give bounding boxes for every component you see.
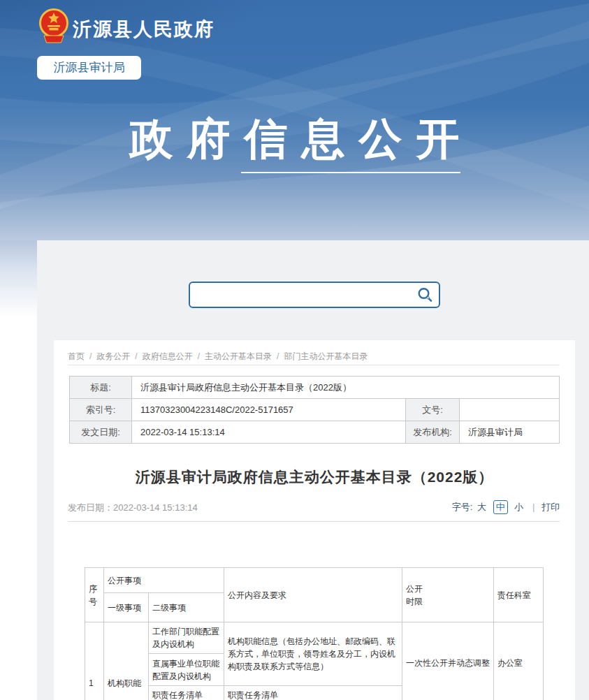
article-divider-line xyxy=(68,521,560,522)
table-row: 发文日期: 2022-03-14 15:13:14 发布机构: 沂源县审计局 xyxy=(70,421,560,444)
breadcrumb-divider-line xyxy=(68,365,560,365)
breadcrumb-separator: / xyxy=(89,351,92,361)
header-level2: 二级事项 xyxy=(149,593,224,622)
header-seq: 序号 xyxy=(85,568,104,622)
breadcrumb-separator: / xyxy=(135,351,137,361)
font-size-medium-button[interactable]: 中 xyxy=(493,500,508,514)
cell-level2: 职责任务清单 xyxy=(149,686,224,700)
meta-docnum-value xyxy=(460,399,560,421)
meta-publisher-label: 发布机构: xyxy=(406,421,460,444)
banner: 沂源县人民政府 沂源县审计局 政府信息公开 xyxy=(0,0,589,240)
catalog-table: 序号 公开事项 公开内容及要求 公开 时限 责任科室 一级事项 二级事项 1 机… xyxy=(85,567,544,700)
header-level1: 一级事项 xyxy=(104,593,149,622)
search-icon[interactable] xyxy=(416,286,433,303)
cell-level2: 直属事业单位职能配置及内设机构 xyxy=(149,654,224,686)
header-content: 公开内容及要求 xyxy=(224,568,402,622)
cell-content: 机构职能信息（包括办公地址、邮政编码、联系方式，单位职责，领导姓名及分工，内设机… xyxy=(224,622,402,686)
meta-publisher-value: 沂源县审计局 xyxy=(460,421,560,444)
header-dept: 责任科室 xyxy=(494,568,544,622)
table-row: 索引号: 11370323004223148C/2022-5171657 文号: xyxy=(70,399,560,421)
cell-dept: 办公室 xyxy=(494,622,544,700)
meta-title-value: 沂源县审计局政府信息主动公开基本目录（2022版） xyxy=(132,377,560,399)
cell-seq: 1 xyxy=(85,622,104,700)
breadcrumb-home[interactable]: 首页 xyxy=(68,351,85,361)
article-title: 沂源县审计局政府信息主动公开基本目录（2022版） xyxy=(54,467,575,487)
cell-time-limit: 一次性公开并动态调整 xyxy=(402,622,494,700)
banner-title-underline xyxy=(241,172,460,173)
breadcrumb-xinxi-gongkai[interactable]: 政府信息公开 xyxy=(143,351,193,361)
search-box xyxy=(189,282,440,308)
meta-issuedate-value: 2022-03-14 15:13:14 xyxy=(132,421,406,444)
publish-date-label: 发布日期： xyxy=(68,502,113,513)
banner-page-title: 政府信息公开 xyxy=(0,114,589,164)
publish-date: 发布日期：2022-03-14 15:13:14 xyxy=(68,502,198,514)
breadcrumb-current: 部门主动公开基本目录 xyxy=(284,351,368,361)
cell-level2: 工作部门职能配置及内设机构 xyxy=(149,622,224,654)
font-size-controls: 字号: 大 中 小 | 打印 xyxy=(452,500,560,514)
meta-index-label: 索引号: xyxy=(70,399,132,421)
bureau-tab-button[interactable]: 沂源县审计局 xyxy=(37,56,141,80)
cell-content: 职责任务清单 xyxy=(224,686,402,700)
meta-issuedate-label: 发文日期: xyxy=(70,421,132,444)
header-time-limit: 公开 时限 xyxy=(402,568,494,622)
breadcrumb-separator: / xyxy=(198,351,200,361)
meta-docnum-label: 文号: xyxy=(406,399,460,421)
table-row: 标题: 沂源县审计局政府信息主动公开基本目录（2022版） xyxy=(70,377,560,399)
meta-title-label: 标题: xyxy=(70,377,132,399)
font-size-label: 字号: xyxy=(452,502,473,512)
china-national-emblem-icon[interactable] xyxy=(38,8,70,45)
breadcrumb-zhudong-mulu[interactable]: 主动公开基本目录 xyxy=(205,351,272,361)
page: 沂源县人民政府 沂源县审计局 政府信息公开 首页/政务公开/政府信息公开/主动公… xyxy=(0,0,589,700)
cell-level1: 机构职能 xyxy=(104,622,149,700)
breadcrumb-separator: / xyxy=(277,351,279,361)
publish-date-value: 2022-03-14 15:13:14 xyxy=(113,502,198,513)
font-size-large-button[interactable]: 大 xyxy=(477,502,486,512)
header-matter: 公开事项 xyxy=(104,568,224,593)
document-meta-table: 标题: 沂源县审计局政府信息主动公开基本目录（2022版） 索引号: 11370… xyxy=(69,376,560,444)
font-size-small-button[interactable]: 小 xyxy=(514,502,523,512)
catalog-header-row-1: 序号 公开事项 公开内容及要求 公开 时限 责任科室 xyxy=(85,568,544,593)
meta-index-value: 11370323004223148C/2022-5171657 xyxy=(132,399,406,421)
breadcrumb-zhengwu[interactable]: 政务公开 xyxy=(96,351,130,361)
table-row: 1 机构职能 工作部门职能配置及内设机构 机构职能信息（包括办公地址、邮政编码、… xyxy=(85,622,544,654)
breadcrumb: 首页/政务公开/政府信息公开/主动公开基本目录/部门主动公开基本目录 xyxy=(68,351,368,363)
controls-divider: | xyxy=(532,502,535,512)
print-button[interactable]: 打印 xyxy=(541,502,560,512)
search-input[interactable] xyxy=(190,283,421,307)
site-name: 沂源县人民政府 xyxy=(73,17,214,42)
left-gradient-strip xyxy=(0,240,37,700)
